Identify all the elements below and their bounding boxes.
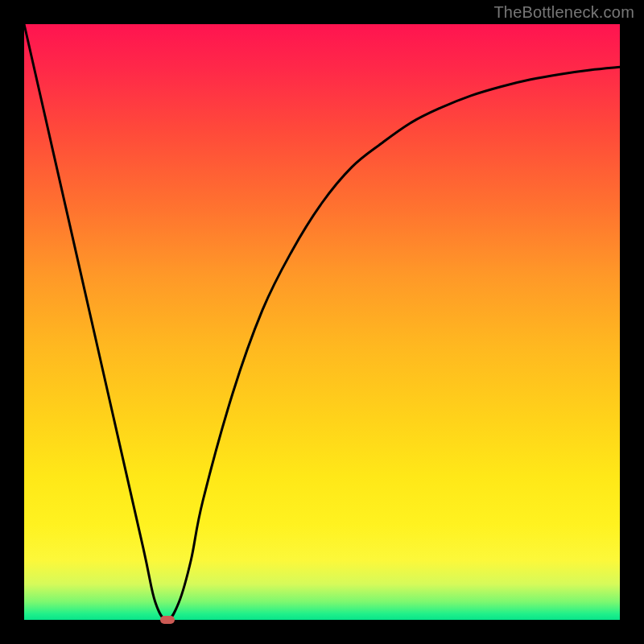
- curve-svg: [24, 24, 620, 620]
- plot-area: [24, 24, 620, 620]
- min-marker: [160, 616, 175, 624]
- watermark-text: TheBottleneck.com: [493, 3, 634, 22]
- bottleneck-curve-path: [24, 24, 620, 620]
- chart-frame: TheBottleneck.com: [0, 0, 644, 644]
